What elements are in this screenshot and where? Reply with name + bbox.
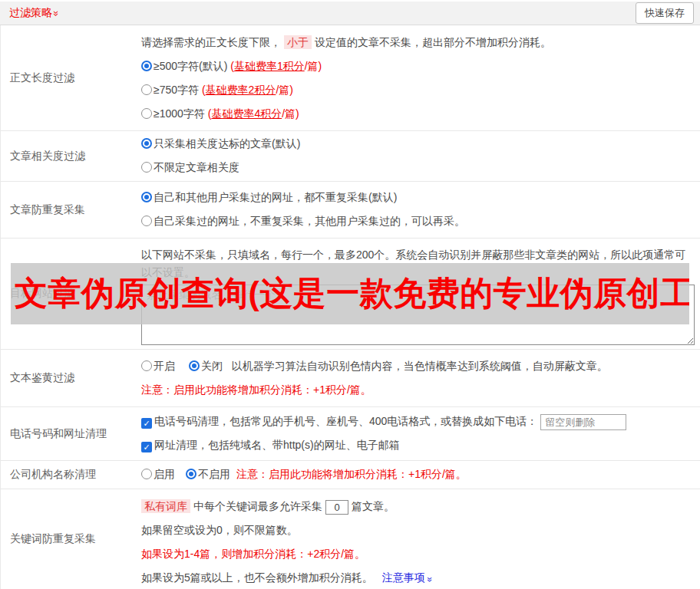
- radio-icon[interactable]: [141, 108, 152, 119]
- radio-selected-icon[interactable]: [141, 61, 152, 71]
- keyword-zero-note: 如果留空或设为0，则不限篇数。: [141, 518, 694, 542]
- company-cleanup-enable-option[interactable]: 启用: [141, 468, 175, 482]
- header-bar: 过滤策略» 快速保存: [0, 2, 700, 25]
- quick-save-button[interactable]: 快速保存: [636, 2, 694, 24]
- rate-note: (基础费率4积分/篇): [208, 107, 299, 120]
- row-label: 文章相关度过滤: [1, 131, 141, 181]
- watermark-text: 文章伪原创查询(这是一款免费的专业伪原创工: [11, 271, 689, 316]
- porn-filter-off-option[interactable]: 关闭: [189, 360, 223, 372]
- row-relevance-filter: 文章相关度过滤 只采集相关度达标的文章(默认) 不限定文章相关度: [1, 131, 700, 182]
- radio-selected-icon[interactable]: [141, 138, 152, 149]
- radio-selected-icon[interactable]: [186, 469, 196, 479]
- row-text-length-filter: 正文长度过滤 请选择需求的正文长度下限，小于设定值的文章不采集，超出部分不增加积…: [1, 25, 700, 131]
- porn-filter-on-option[interactable]: 开启: [141, 360, 175, 372]
- length-option-500[interactable]: ≥500字符(默认) (基础费率1积分/篇): [141, 54, 694, 78]
- replacement-phone-input[interactable]: [540, 414, 626, 430]
- notice-link[interactable]: 注意事项»: [382, 571, 432, 584]
- length-filter-intro: 请选择需求的正文长度下限，小于设定值的文章不采集，超出部分不增加积分消耗。: [141, 31, 694, 54]
- url-cleanup-option[interactable]: ✓网址清理，包括纯域名、带http(s)的网址、电子邮箱: [141, 433, 694, 457]
- row-porn-filter: 文本鉴黄过滤 开启 关闭 以机器学习算法自动识别色情内容，当色情概率达到系统阈值…: [1, 350, 700, 407]
- radio-icon[interactable]: [141, 360, 152, 371]
- radio-selected-icon[interactable]: [141, 192, 152, 202]
- keyword-cost-note: 如果设为1-4篇，则增加积分消耗：+2积分/篇。: [141, 542, 694, 566]
- less-than-highlight: 小于: [284, 35, 312, 49]
- row-label: 文章防重复采集: [1, 182, 141, 238]
- keyword-limit-input[interactable]: [325, 500, 348, 515]
- watermark-banner: 文章伪原创查询(这是一款免费的专业伪原创工: [11, 263, 689, 324]
- company-cleanup-cost-note: 注意：启用此功能将增加积分消耗：+1积分/篇。: [236, 468, 467, 482]
- row-label: 关键词防重复采集: [1, 489, 141, 589]
- porn-filter-description: 以机器学习算法自动识别色情内容，当色情概率达到系统阈值，自动屏蔽文章。: [232, 360, 608, 372]
- radio-icon[interactable]: [141, 84, 152, 95]
- relevance-option-strict[interactable]: 只采集相关度达标的文章(默认): [141, 132, 694, 156]
- row-label: 公司机构名称清理: [1, 461, 141, 489]
- row-dedup-collection: 文章防重复采集 自己和其他用户采集过的网址，都不重复采集(默认) 自己采集过的网…: [1, 182, 700, 239]
- rate-note: (基础费率1积分/篇): [230, 60, 322, 72]
- dedup-option-all-users[interactable]: 自己和其他用户采集过的网址，都不重复采集(默认): [141, 186, 694, 209]
- relevance-option-any[interactable]: 不限定文章相关度: [141, 156, 694, 179]
- row-label: 正文长度过滤: [1, 25, 141, 130]
- radio-selected-icon[interactable]: [189, 360, 200, 371]
- row-label: 电话号码和网址清理: [1, 407, 141, 460]
- length-option-750[interactable]: ≥750字符 (基础费率2积分/篇): [141, 78, 694, 102]
- row-keyword-dedup: 关键词防重复采集 私有词库中每个关键词最多允许采集篇文章。 如果留空或设为0，则…: [1, 489, 700, 589]
- private-thesaurus-link[interactable]: 私有词库: [141, 499, 190, 513]
- checkbox-checked-icon[interactable]: ✓: [141, 418, 152, 429]
- page-title[interactable]: 过滤策略»: [9, 6, 59, 20]
- phone-cleanup-option[interactable]: ✓电话号码清理，包括常见的手机号、座机号、400电话格式，或替换成如下电话：: [141, 410, 694, 433]
- dedup-option-self-only[interactable]: 自己采集过的网址，不重复采集，其他用户采集过的，可以再采。: [141, 209, 694, 233]
- checkbox-checked-icon[interactable]: ✓: [141, 442, 152, 452]
- row-phone-url-cleanup: 电话号码和网址清理 ✓电话号码清理，包括常见的手机号、座机号、400电话格式，或…: [1, 407, 700, 461]
- company-cleanup-disable-option[interactable]: 不启用: [186, 468, 230, 482]
- radio-icon[interactable]: [141, 469, 152, 479]
- keyword-five-plus-note: 如果设为5篇或以上，也不会额外增加积分消耗。 注意事项»: [141, 566, 694, 589]
- porn-filter-cost-note: 注意：启用此功能将增加积分消耗：+1积分/篇。: [141, 378, 694, 402]
- chevron-down-icon: »: [418, 577, 441, 582]
- row-company-name-cleanup: 公司机构名称清理 启用 不启用 注意：启用此功能将增加积分消耗：+1积分/篇。: [1, 461, 700, 489]
- chevron-down-icon: »: [51, 11, 62, 16]
- rate-note: (基础费率2积分/篇): [202, 84, 293, 96]
- keyword-limit-line: 私有词库中每个关键词最多允许采集篇文章。: [141, 495, 694, 518]
- row-label: 文本鉴黄过滤: [1, 350, 141, 406]
- length-option-1000[interactable]: ≥1000字符 (基础费率4积分/篇): [141, 102, 694, 126]
- radio-icon[interactable]: [141, 216, 152, 226]
- radio-icon[interactable]: [141, 162, 152, 173]
